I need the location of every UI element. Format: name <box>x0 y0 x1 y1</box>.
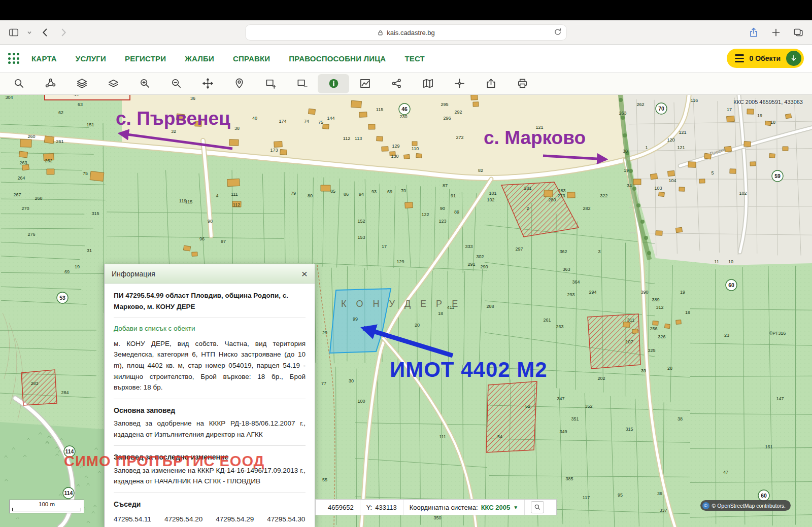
svg-text:295: 295 <box>441 102 448 107</box>
info-panel-body: ПИ 47295.54.99 област Пловдив, община Ро… <box>105 284 315 527</box>
forward-icon[interactable] <box>58 27 69 38</box>
lock-icon <box>377 29 384 36</box>
svg-text:102: 102 <box>739 191 747 196</box>
svg-text:261: 261 <box>56 139 63 144</box>
neighbor-id[interactable]: 47295.54.20 <box>164 514 202 525</box>
svg-text:280: 280 <box>548 197 556 202</box>
locate-icon <box>233 78 245 89</box>
svg-text:112: 112 <box>343 136 350 141</box>
svg-text:260: 260 <box>27 134 35 139</box>
map-sheets-icon <box>422 78 434 89</box>
svg-text:363: 363 <box>562 267 570 272</box>
neighbor-id[interactable]: 47295.54.29 <box>216 514 254 525</box>
svg-text:98: 98 <box>208 219 213 224</box>
neighbor-id[interactable]: 47295.54.30 <box>267 514 305 525</box>
tool-export-button[interactable] <box>475 74 506 93</box>
map-viewport[interactable]: 9930444636215126026126226326426726827027… <box>0 95 812 527</box>
tool-deselect-rect-button[interactable] <box>286 74 318 93</box>
tool-site-survey-button[interactable] <box>35 74 66 93</box>
svg-text:19: 19 <box>624 168 629 173</box>
svg-text:144: 144 <box>327 116 334 121</box>
order-section-heading: Основна заповед <box>114 399 306 416</box>
svg-text:268: 268 <box>35 196 42 201</box>
tool-search-button[interactable] <box>3 74 35 93</box>
tool-layers-button[interactable] <box>66 74 97 93</box>
svg-text:121: 121 <box>535 125 543 130</box>
tool-snap-button[interactable] <box>444 74 475 93</box>
svg-text:322: 322 <box>600 193 607 198</box>
svg-text:99: 99 <box>353 317 358 322</box>
neighbor-id[interactable]: 47295.54.11 <box>114 514 151 525</box>
svg-text:10: 10 <box>728 259 733 264</box>
close-icon[interactable]: × <box>301 268 308 279</box>
svg-text:174: 174 <box>279 119 286 124</box>
svg-text:296: 296 <box>443 116 451 121</box>
coordinates-status-bar: 4659652 Y:433113 Координатна система: КК… <box>315 499 557 515</box>
tool-select-rect-button[interactable] <box>255 74 286 93</box>
crs-value[interactable]: ККС 2005 <box>481 504 511 511</box>
svg-text:70: 70 <box>401 188 406 193</box>
menu-item-karta[interactable]: КАРТА <box>31 54 57 63</box>
tool-print-button[interactable] <box>506 74 538 93</box>
attribution-text: © OpenStreetMap contributors. <box>712 503 786 509</box>
menu-item-zhalbi[interactable]: ЖАЛБИ <box>185 54 214 63</box>
svg-text:95: 95 <box>618 493 623 498</box>
menu-item-spravki[interactable]: СПРАВКИ <box>233 54 270 63</box>
chevron-down-icon[interactable] <box>26 27 32 38</box>
chevron-down-icon[interactable]: ▼ <box>513 505 518 510</box>
address-bar[interactable]: kais.cadastre.bg <box>246 25 566 40</box>
tool-zoom-in-button[interactable] <box>129 74 160 93</box>
svg-text:107: 107 <box>625 339 633 344</box>
tool-profile-button[interactable] <box>349 74 381 93</box>
svg-text:60: 60 <box>728 282 734 288</box>
tool-map-sheets-button[interactable] <box>412 74 444 93</box>
crs-selector[interactable]: Координатна система: ККС 2005 ▼ <box>403 500 525 515</box>
svg-text:261: 261 <box>543 318 551 323</box>
svg-text:350: 350 <box>433 515 441 520</box>
svg-text:97: 97 <box>221 239 226 244</box>
svg-text:264: 264 <box>17 175 25 181</box>
menu-item-registri[interactable]: РЕГИСТРИ <box>125 54 166 63</box>
svg-text:364: 364 <box>572 279 580 285</box>
copyright-icon: © <box>702 502 709 509</box>
back-icon[interactable] <box>40 27 51 38</box>
new-tab-icon[interactable] <box>770 27 782 38</box>
tool-zoom-out-button[interactable] <box>160 74 192 93</box>
svg-text:17: 17 <box>382 244 387 249</box>
share-icon[interactable] <box>748 27 759 38</box>
svg-text:297: 297 <box>515 247 523 252</box>
svg-text:111: 111 <box>439 434 446 439</box>
svg-text:69: 69 <box>387 189 392 194</box>
svg-text:121: 121 <box>677 145 685 150</box>
svg-text:2: 2 <box>526 206 529 211</box>
download-circle-icon[interactable] <box>786 51 801 66</box>
svg-text:130: 130 <box>391 154 398 159</box>
svg-text:281: 281 <box>524 186 531 191</box>
hamburger-icon <box>735 54 744 62</box>
menu-item-pravosposobni-litsa[interactable]: ПРАВОСПОСОБНИ ЛИЦА <box>289 54 386 63</box>
add-to-objects-link[interactable]: Добави в списък с обекти <box>114 323 195 334</box>
tool-info-button[interactable] <box>318 74 349 93</box>
apps-grid-icon[interactable] <box>8 53 19 64</box>
svg-text:18: 18 <box>438 311 443 316</box>
svg-text:28: 28 <box>667 366 672 371</box>
sidebar-icon[interactable] <box>8 27 19 38</box>
tool-pan-button[interactable] <box>192 74 223 93</box>
tool-share-button[interactable] <box>381 74 412 93</box>
svg-text:115: 115 <box>185 199 192 204</box>
svg-text:120: 120 <box>667 137 674 143</box>
menu-item-test[interactable]: ТЕСТ <box>404 54 425 63</box>
tabs-icon[interactable] <box>793 27 804 38</box>
tool-layers-flat-button[interactable] <box>97 74 129 93</box>
menu-item-uslugi[interactable]: УСЛУГИ <box>76 54 106 63</box>
svg-text:23: 23 <box>724 333 729 338</box>
svg-text:122: 122 <box>421 212 429 217</box>
coordinate-search-button[interactable] <box>531 501 544 513</box>
svg-text:62: 62 <box>58 110 63 115</box>
svg-text:3: 3 <box>598 249 600 254</box>
tool-locate-button[interactable] <box>223 74 255 93</box>
svg-text:74: 74 <box>304 119 309 124</box>
refresh-icon[interactable] <box>553 27 562 37</box>
objects-button[interactable]: 0 Обекти <box>727 49 804 68</box>
svg-text:283: 283 <box>558 188 565 193</box>
